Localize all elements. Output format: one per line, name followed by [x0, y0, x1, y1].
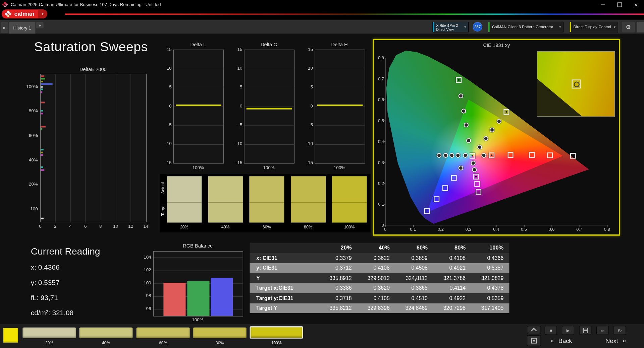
- table-row: Y335,8912329,5012324,8112321,3786321,082…: [250, 273, 509, 283]
- stop-button[interactable]: ■: [545, 326, 557, 335]
- deltae-bar: [41, 166, 43, 168]
- pattern-patch-label: 80%: [193, 341, 247, 345]
- side-panel-handle[interactable]: [637, 22, 644, 32]
- cie-target-point: [529, 152, 535, 158]
- app-icon: [2, 2, 8, 7]
- bottom-bar: 20%40%60%80%100% ■ ▶ ∞ ↻ « Back Next »: [0, 324, 644, 348]
- table-cell: 320,7298: [433, 305, 471, 311]
- table-row-label: Target x:CIE31: [250, 285, 319, 291]
- cie-x-tick-label: 0,5: [519, 227, 529, 232]
- minimize-button[interactable]: [595, 0, 611, 9]
- table-cell: 0,3712: [320, 265, 358, 271]
- collapse-panel-button[interactable]: [527, 326, 541, 334]
- deltae-bar: [41, 91, 42, 93]
- cie-y-tick-label: 0: [375, 223, 384, 228]
- saturation-swatch: [208, 176, 243, 222]
- display-control-selector[interactable]: Direct Display Control ▼: [569, 22, 618, 32]
- delta-l-chart[interactable]: Delta L 100% 151050-5-10-15: [160, 41, 229, 176]
- tab-history-1[interactable]: History 1: [9, 22, 35, 33]
- table-cell: 0,4114: [433, 285, 471, 291]
- save-button[interactable]: [579, 326, 592, 335]
- table-cell: 324,8469: [395, 305, 433, 311]
- play-button[interactable]: ▶: [562, 326, 574, 335]
- rgb-bar-blue: [211, 278, 233, 316]
- close-button[interactable]: ×: [628, 0, 644, 9]
- rainbow-accent-strip: [65, 13, 644, 15]
- current-reading-y: y: 0,5357: [31, 279, 100, 287]
- deltae-y-tick-label: 40%: [16, 157, 38, 162]
- table-cell: 324,8112: [395, 275, 433, 281]
- saturation-swatch-strip[interactable]: Actual Target 20%40%60%80%100%: [160, 174, 370, 232]
- cie-target-point: [503, 109, 509, 115]
- table-header-cell: 100%: [471, 245, 509, 251]
- cie-target-point: [451, 175, 457, 181]
- settings-button[interactable]: ⚙: [622, 22, 635, 32]
- cie-zoom-inset: [537, 51, 615, 117]
- rgb-balance-chart[interactable]: RGB Balance 100% 1041021009896: [140, 243, 251, 325]
- continuous-measure-button[interactable]: ∞: [596, 326, 609, 335]
- cie-x-tick: [496, 225, 496, 227]
- delta-gridline: [174, 125, 223, 126]
- table-cell: 0,3865: [395, 285, 433, 291]
- delta-gridline: [245, 69, 294, 69]
- meter-selector[interactable]: X-Rite i1Pro 2 Direct View ▼: [432, 22, 469, 32]
- cie-x-tick: [441, 225, 441, 227]
- pattern-patch[interactable]: [137, 328, 190, 338]
- maximize-button[interactable]: [611, 0, 628, 9]
- delta-gridline: [245, 125, 294, 126]
- next-button[interactable]: Next »: [601, 335, 626, 346]
- cie-target-point: [570, 153, 576, 158]
- swatch-target: [249, 203, 284, 222]
- deltae-2000-chart[interactable]: DeltaE 2000 02468101214100%80%60%40%20%1…: [16, 65, 157, 237]
- current-reading-x: x: 0,4366: [31, 264, 100, 272]
- delta-gridline: [245, 87, 294, 88]
- table-cell: 0,4922: [433, 295, 471, 301]
- meter-count-badge[interactable]: 237: [473, 22, 482, 31]
- cie-x-tick-label: 0,7: [574, 227, 584, 232]
- delta-y-tick-label: -10: [230, 141, 243, 146]
- add-tab-button[interactable]: +: [36, 22, 44, 28]
- cie-y-tick: [384, 79, 385, 79]
- chevron-down-icon: ▼: [464, 26, 467, 29]
- delta-y-tick-label: 10: [230, 66, 243, 71]
- refresh-button[interactable]: ↻: [613, 326, 626, 335]
- deltae-gridline: [146, 74, 146, 222]
- cie-measured-point: [466, 138, 471, 143]
- measurement-table[interactable]: 20%40%60%80%100%x: CIE310,33790,36220,38…: [250, 242, 509, 313]
- display-control-name: Direct Display Control: [570, 22, 618, 32]
- rgb-gridline: [154, 258, 243, 258]
- pattern-generator-selector[interactable]: CalMAN Client 3 Pattern Generator ▼: [488, 22, 564, 32]
- infinity-icon: ∞: [601, 327, 604, 333]
- pattern-patch[interactable]: [250, 326, 303, 339]
- cie-y-tick-label: 0,5: [375, 118, 384, 123]
- cie-1931-panel[interactable]: CIE 1931 xy 00,10,20,30,40,50,60,70,800,…: [373, 39, 620, 235]
- cie-x-tick-label: 0,2: [436, 227, 445, 232]
- swatch-actual: [249, 176, 284, 203]
- cie-measured-point: [471, 160, 476, 165]
- x-axis-label: 100%: [315, 165, 364, 170]
- cie-x-tick-label: 0,4: [491, 227, 501, 232]
- swatch-level-label: 80%: [290, 225, 325, 229]
- pattern-patch[interactable]: [193, 328, 247, 338]
- current-reading-panel: Current Reading x: 0,4366 y: 0,5357 fL: …: [31, 246, 100, 324]
- back-button[interactable]: « Back: [550, 335, 576, 346]
- cie-x-tick: [524, 225, 524, 227]
- pattern-window-button[interactable]: [527, 335, 541, 346]
- table-row: y: CIE310,37120,41080,45080,49210,5357: [250, 263, 509, 273]
- calman-menu-button[interactable]: calman ▾: [2, 9, 47, 18]
- swatch-actual: [167, 176, 202, 203]
- swatch-target: [332, 203, 367, 222]
- next-label: Next: [605, 337, 618, 344]
- swatch-target: [167, 203, 202, 222]
- chart-title: Delta H: [315, 42, 364, 48]
- cie-y-tick: [384, 225, 385, 225]
- pattern-patch-label: 20%: [22, 341, 76, 345]
- cie-x-tick: [385, 225, 386, 227]
- delta-c-chart[interactable]: Delta C 100% 151050-5-10-15: [230, 41, 300, 176]
- pattern-patch[interactable]: [79, 328, 132, 338]
- pattern-patch[interactable]: [22, 328, 76, 338]
- delta-h-chart[interactable]: Delta H 100% 151050-5-10-15: [301, 41, 371, 176]
- cie-y-tick-label: 0,7: [375, 76, 384, 81]
- tab-scroll-button[interactable]: ▶: [1, 22, 8, 33]
- chevron-down-icon[interactable]: ▾: [38, 9, 47, 18]
